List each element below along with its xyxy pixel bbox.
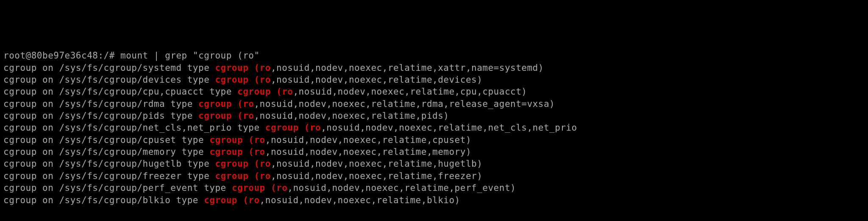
- output-text-post: ,nosuid,nodev,noexec,relatime,net_cls,ne…: [321, 123, 577, 133]
- output-text-post: ,nosuid,nodev,noexec,relatime,freezer): [271, 171, 482, 181]
- output-text-post: ,nosuid,nodev,noexec,relatime,cpuset): [265, 135, 471, 145]
- output-text-post: ,nosuid,nodev,noexec,relatime,hugetlb): [271, 159, 482, 169]
- output-text-post: ,nosuid,nodev,noexec,relatime,xattr,name…: [271, 63, 544, 73]
- output-text-post: ,nosuid,nodev,noexec,relatime,perf_event…: [287, 183, 516, 193]
- output-text-pre: cgroup on /sys/fs/cgroup/rdma type: [3, 99, 198, 109]
- output-text-post: ,nosuid,nodev,noexec,relatime,devices): [271, 75, 482, 85]
- shell-prompt: root@80be97e36c48:/#: [3, 50, 120, 61]
- output-text-pre: cgroup on /sys/fs/cgroup/cpu,cpuacct typ…: [3, 87, 237, 97]
- output-text-pre: cgroup on /sys/fs/cgroup/cpuset type: [3, 135, 209, 145]
- output-text-pre: cgroup on /sys/fs/cgroup/freezer type: [3, 171, 215, 181]
- output-line: cgroup on /sys/fs/cgroup/freezer type cg…: [3, 170, 865, 182]
- grep-match: cgroup (ro: [215, 171, 270, 181]
- output-text-pre: cgroup on /sys/fs/cgroup/perf_event type: [3, 183, 232, 193]
- output-text-pre: cgroup on /sys/fs/cgroup/devices type: [3, 75, 215, 85]
- grep-match: cgroup (ro: [198, 111, 254, 121]
- output-text-pre: cgroup on /sys/fs/cgroup/blkio type: [3, 195, 204, 205]
- output-text-post: ,nosuid,nodev,noexec,relatime,cpu,cpuacc…: [293, 87, 527, 97]
- terminal-output[interactable]: root@80be97e36c48:/# mount | grep "cgrou…: [3, 50, 865, 206]
- output-line: cgroup on /sys/fs/cgroup/cpu,cpuacct typ…: [3, 86, 865, 98]
- command-text: mount | grep "cgroup (ro": [120, 50, 260, 61]
- output-text-post: ,nosuid,nodev,noexec,relatime,pids): [254, 111, 449, 121]
- grep-match: cgroup (ro: [237, 87, 293, 97]
- output-text-pre: cgroup on /sys/fs/cgroup/memory type: [3, 147, 209, 157]
- output-line: cgroup on /sys/fs/cgroup/hugetlb type cg…: [3, 158, 865, 170]
- grep-match: cgroup (ro: [209, 135, 265, 145]
- output-text-pre: cgroup on /sys/fs/cgroup/systemd type: [3, 63, 215, 73]
- grep-match: cgroup (ro: [265, 123, 321, 133]
- output-text-pre: cgroup on /sys/fs/cgroup/hugetlb type: [3, 159, 215, 169]
- prompt-line[interactable]: root@80be97e36c48:/# mount | grep "cgrou…: [3, 50, 865, 62]
- grep-match: cgroup (ro: [204, 195, 259, 205]
- output-line: cgroup on /sys/fs/cgroup/perf_event type…: [3, 182, 865, 194]
- grep-match: cgroup (ro: [215, 63, 270, 73]
- grep-match: cgroup (ro: [209, 147, 265, 157]
- grep-match: cgroup (ro: [215, 75, 270, 85]
- output-text-post: ,nosuid,nodev,noexec,relatime,rdma,relea…: [254, 99, 555, 109]
- output-text-post: ,nosuid,nodev,noexec,relatime,memory): [265, 147, 471, 157]
- grep-match: cgroup (ro: [198, 99, 254, 109]
- output-text-post: ,nosuid,nodev,noexec,relatime,blkio): [260, 195, 460, 205]
- output-line: cgroup on /sys/fs/cgroup/rdma type cgrou…: [3, 98, 865, 110]
- output-text-pre: cgroup on /sys/fs/cgroup/pids type: [3, 111, 198, 121]
- output-line: cgroup on /sys/fs/cgroup/net_cls,net_pri…: [3, 122, 865, 134]
- output-line: cgroup on /sys/fs/cgroup/blkio type cgro…: [3, 194, 865, 206]
- grep-match: cgroup (ro: [232, 183, 287, 193]
- output-line: cgroup on /sys/fs/cgroup/systemd type cg…: [3, 62, 865, 74]
- output-line: cgroup on /sys/fs/cgroup/pids type cgrou…: [3, 110, 865, 122]
- output-line: cgroup on /sys/fs/cgroup/memory type cgr…: [3, 146, 865, 158]
- output-line: cgroup on /sys/fs/cgroup/devices type cg…: [3, 74, 865, 86]
- output-line: cgroup on /sys/fs/cgroup/cpuset type cgr…: [3, 134, 865, 146]
- output-text-pre: cgroup on /sys/fs/cgroup/net_cls,net_pri…: [3, 123, 265, 133]
- grep-match: cgroup (ro: [215, 159, 270, 169]
